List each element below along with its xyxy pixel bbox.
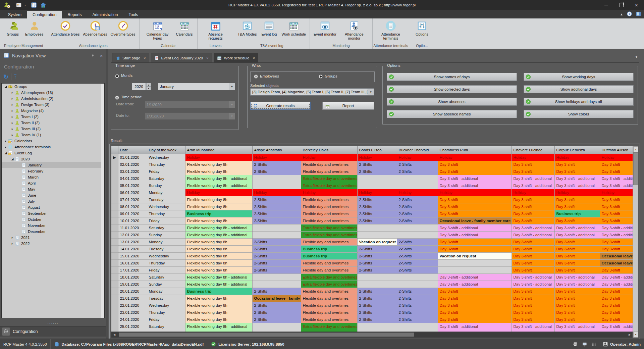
schedule-cell[interactable]: Flexible working day 8h - additional <box>185 281 252 288</box>
schedule-cell[interactable]: Day 3-shift <box>438 196 512 203</box>
schedule-cell[interactable]: 2-Shifts <box>357 168 397 175</box>
date-cell[interactable]: 04.01.2020 <box>118 175 147 182</box>
date-cell[interactable]: 14.01.2020 <box>118 245 147 252</box>
schedule-cell[interactable]: Flexible working day 8h - additional <box>185 323 252 330</box>
schedule-cell[interactable]: Day 3-shift <box>438 168 512 175</box>
schedule-cell[interactable]: Day 3-shift <box>512 316 554 323</box>
schedule-cell[interactable]: Flexible working day 8h <box>185 259 252 266</box>
schedule-cell[interactable]: Day 3-shift - additional <box>438 175 512 182</box>
schedule-cell[interactable]: 2-Shifts <box>397 288 438 295</box>
tree-item-august[interactable]: August <box>2 204 104 210</box>
date-cell[interactable]: 08.01.2020 <box>118 203 147 210</box>
tree-item-administraction-2[interactable]: ▸Administraction (2) <box>2 96 104 102</box>
tree-item-october[interactable]: October <box>2 216 104 222</box>
day-cell[interactable]: Sunday <box>147 231 185 238</box>
schedule-cell[interactable]: Holiday <box>512 154 554 161</box>
schedule-cell[interactable]: Extra flexible day and overtimes <box>301 281 357 288</box>
schedule-cell[interactable]: 2-Shifts <box>397 316 438 323</box>
schedule-cell[interactable]: 2-Shifts <box>252 203 301 210</box>
schedule-cell[interactable]: Day 3-shift <box>554 245 600 252</box>
schedule-cell[interactable]: Flexible working day 8h - additional <box>185 273 252 281</box>
ribbon-button-event-log[interactable]: Event log <box>258 19 280 37</box>
schedule-cell[interactable] <box>397 175 438 182</box>
day-cell[interactable]: Friday <box>147 266 185 273</box>
schedule-cell[interactable]: Flexible working day 8h <box>185 316 252 323</box>
schedule-cell[interactable]: Holiday <box>554 154 600 161</box>
day-cell[interactable]: Thursday <box>147 161 185 168</box>
info-icon[interactable]: i <box>627 11 632 17</box>
schedule-cell[interactable]: Flexible day and overtimes <box>301 259 357 266</box>
schedule-cell[interactable]: Day 3-shift <box>554 288 600 295</box>
day-cell[interactable]: Monday <box>147 288 185 295</box>
ribbon-button-t-a-modes[interactable]: T&A Modes <box>236 19 259 37</box>
column-header-huffman-allison[interactable]: Huffman Allison <box>600 146 633 154</box>
day-cell[interactable]: Thursday <box>147 210 185 217</box>
schedule-cell[interactable]: Occasional leave - family member care <box>252 295 301 302</box>
schedule-cell[interactable]: Day 3-shift <box>512 252 554 259</box>
column-header-buckner-thorvald[interactable]: Buckner Thorvald <box>397 146 438 154</box>
panel-splitter[interactable]: ...... <box>0 319 106 325</box>
schedule-cell[interactable]: Day 3-shift <box>600 309 633 316</box>
date-cell[interactable]: 18.01.2020 <box>118 273 147 281</box>
collapse-icon[interactable]: ◢ <box>4 84 8 90</box>
date-cell[interactable]: 12.01.2020 <box>118 231 147 238</box>
date-cell[interactable]: 25.01.2020 <box>118 323 147 330</box>
tree-item-march[interactable]: March <box>2 174 104 180</box>
column-header-chambless-rudi[interactable]: Chambless Rudi <box>438 146 512 154</box>
day-cell[interactable]: Saturday <box>147 323 185 330</box>
tree-item-all-employees-16[interactable]: ▸All employees (16) <box>2 90 104 96</box>
schedule-cell[interactable]: 2-Shifts <box>397 266 438 273</box>
time-period-radio[interactable] <box>115 96 119 100</box>
day-cell[interactable]: Saturday <box>147 224 185 231</box>
schedule-cell[interactable]: Day 3-shift <box>512 238 554 245</box>
tree-item-june[interactable]: June <box>2 192 104 198</box>
schedule-cell[interactable]: Day 3-shift <box>554 309 600 316</box>
schedule-cell[interactable]: Flexible day and overtimes <box>301 316 357 323</box>
scroll-right-icon[interactable]: ▶ <box>627 332 633 338</box>
schedule-cell[interactable]: Vacation on request <box>438 252 512 259</box>
tree-item-july[interactable]: July <box>2 198 104 204</box>
schedule-cell[interactable]: 2-Shifts <box>397 259 438 266</box>
option-toggle-show-absences[interactable]: Show absences <box>387 98 517 106</box>
schedule-cell[interactable]: Business trip <box>554 210 600 217</box>
day-cell[interactable]: Tuesday <box>147 196 185 203</box>
option-toggle-show-working-days[interactable]: Show working days <box>524 73 634 81</box>
schedule-cell[interactable]: Flexible day and overtimes <box>301 161 357 168</box>
schedule-cell[interactable]: Day 3-shift - additional <box>554 182 600 189</box>
schedule-cell[interactable]: Day 3-shift <box>600 217 633 224</box>
schedule-cell[interactable]: 2-Shifts <box>252 288 301 295</box>
tree-item-event-log[interactable]: ◢Event Log <box>2 150 104 156</box>
schedule-cell[interactable]: 2-Shifts <box>397 245 438 252</box>
schedule-cell[interactable]: Day 3-shift - additional <box>554 231 600 238</box>
schedule-cell[interactable]: Day 3-shift - additional <box>438 224 512 231</box>
schedule-cell[interactable]: Extra flexible day and overtimes <box>301 273 357 281</box>
tree-item-team-iv-1[interactable]: ▸Team IV (1) <box>2 132 104 138</box>
document-tab-event-log-january-2020[interactable]: Event Log January 2020× <box>151 53 212 63</box>
schedule-cell[interactable]: Holiday <box>600 154 633 161</box>
panel-resize-handle[interactable] <box>106 49 108 339</box>
tree-item-september[interactable]: September <box>2 210 104 216</box>
schedule-cell[interactable]: Day 3-shift - additional <box>512 273 554 281</box>
schedule-cell[interactable]: 2-Shifts <box>397 302 438 309</box>
schedule-cell[interactable] <box>357 273 397 281</box>
employees-radio-label[interactable]: Employees <box>260 74 279 78</box>
schedule-cell[interactable]: 2-Shifts <box>357 196 397 203</box>
time-period-radio-label[interactable]: Time period: <box>121 95 143 99</box>
schedule-cell[interactable]: Day 3-shift - additional <box>512 182 554 189</box>
printer-icon[interactable] <box>572 341 579 348</box>
column-header-corpuz-demelza[interactable]: Corpuz Demelza <box>554 146 600 154</box>
column-header-arab-muhannad[interactable]: Arab Muhannad <box>185 146 252 154</box>
schedule-cell[interactable]: Day 3-shift - additional <box>554 273 600 281</box>
schedule-cell[interactable]: Day 3-shift <box>512 168 554 175</box>
schedule-cell[interactable]: 2-Shifts <box>397 203 438 210</box>
tree-item-december[interactable]: December <box>2 229 104 235</box>
maximize-button[interactable] <box>614 0 629 10</box>
schedule-cell[interactable]: Flexible working day 8h - additional <box>185 175 252 182</box>
date-cell[interactable]: 15.01.2020 <box>118 252 147 259</box>
tree-item-attendance-terminals[interactable]: ▸Attendance terminals <box>2 144 104 150</box>
schedule-cell[interactable]: Flexible working day 8h <box>185 238 252 245</box>
year-stepper[interactable]: 2020 ▲▼ <box>132 83 151 90</box>
navigation-list-icon[interactable] <box>30 1 38 9</box>
schedule-cell[interactable]: Day 3-shift - additional <box>438 231 512 238</box>
collapse-icon[interactable]: ◢ <box>10 156 14 162</box>
